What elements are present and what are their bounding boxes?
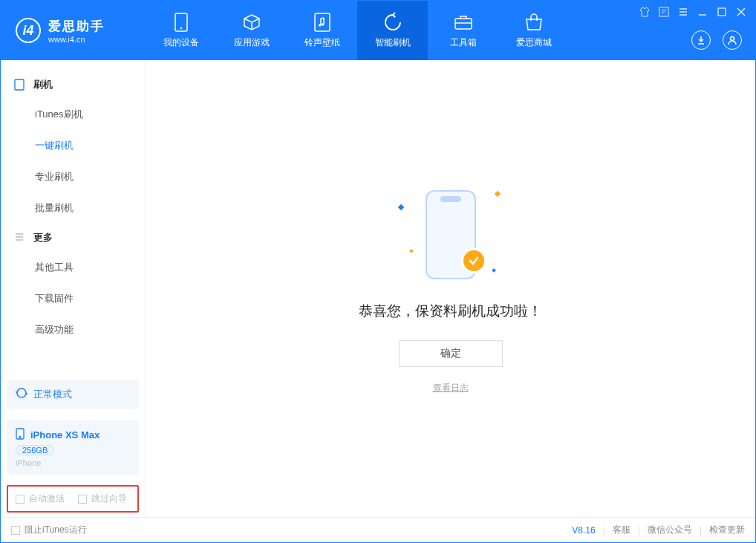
app-header: i4 爱思助手 www.i4.cn 我的设备 应用游戏 铃声壁纸 智能刷机 工具… — [1, 1, 755, 60]
sidebar-item-advanced[interactable]: 高级功能 — [1, 314, 145, 345]
footer-link-wechat[interactable]: 微信公众号 — [648, 524, 692, 536]
tab-store[interactable]: 爱思商城 — [498, 1, 569, 60]
toolbox-icon — [454, 13, 473, 32]
svg-rect-7 — [718, 8, 726, 16]
device-mode-card[interactable]: 正常模式 — [7, 380, 139, 409]
success-illustration — [369, 183, 532, 287]
maximize-icon[interactable] — [717, 7, 727, 17]
device-icon — [14, 79, 26, 91]
svg-point-11 — [19, 437, 21, 438]
view-log-link[interactable]: 查看日志 — [433, 382, 469, 394]
tab-smart-flash[interactable]: 智能刷机 — [357, 1, 428, 60]
window-controls — [639, 7, 746, 17]
checkbox-skip-guide[interactable]: 跳过向导 — [78, 492, 127, 505]
sidebar-item-batch-flash[interactable]: 批量刷机 — [1, 192, 145, 224]
sidebar-group-flash: 刷机 — [1, 71, 145, 99]
logo-icon: i4 — [16, 18, 41, 43]
main-content: 恭喜您，保资料刷机成功啦！ 确定 查看日志 — [146, 60, 755, 517]
logo-area: i4 爱思助手 www.i4.cn — [1, 18, 146, 44]
footer-link-support[interactable]: 客服 — [613, 524, 630, 536]
tab-ringtone-wallpaper[interactable]: 铃声壁纸 — [287, 1, 357, 60]
store-icon — [524, 13, 544, 32]
success-message: 恭喜您，保资料刷机成功啦！ — [359, 302, 542, 321]
device-type: iPhone — [16, 458, 130, 467]
svg-point-1 — [180, 27, 182, 29]
feedback-icon[interactable] — [659, 7, 669, 17]
tab-toolbox[interactable]: 工具箱 — [428, 1, 498, 60]
sidebar-item-itunes-flash[interactable]: iTunes刷机 — [1, 99, 145, 130]
checkbox-auto-activate[interactable]: 自动激活 — [16, 492, 65, 505]
device-name: iPhone XS Max — [30, 429, 100, 440]
app-subtitle: www.i4.cn — [48, 35, 105, 44]
svg-rect-2 — [315, 13, 330, 31]
ok-button[interactable]: 确定 — [399, 340, 503, 367]
status-bar: 阻止iTunes运行 V8.16 | 客服 | 微信公众号 | 检查更新 — [1, 517, 755, 542]
cube-icon — [242, 13, 261, 32]
sidebar-item-pro-flash[interactable]: 专业刷机 — [1, 161, 145, 192]
sidebar: 刷机 iTunes刷机 一键刷机 专业刷机 批量刷机 更多 其他工具 下载固件 … — [1, 60, 146, 517]
nav-tabs: 我的设备 应用游戏 铃声壁纸 智能刷机 工具箱 爱思商城 — [146, 1, 569, 60]
svg-rect-5 — [455, 19, 472, 29]
device-capacity: 256GB — [16, 445, 54, 455]
checkbox-icon — [78, 495, 87, 504]
device-mode-label: 正常模式 — [33, 388, 72, 401]
refresh-icon — [383, 13, 403, 32]
flash-options-row: 自动激活 跳过向导 — [7, 485, 139, 513]
device-info-card[interactable]: iPhone XS Max 256GB iPhone — [7, 420, 139, 475]
shirt-icon[interactable] — [639, 7, 650, 17]
svg-point-4 — [321, 23, 324, 26]
checkbox-icon — [16, 495, 25, 504]
footer-link-update[interactable]: 检查更新 — [709, 524, 745, 536]
phone-icon — [172, 13, 191, 32]
sidebar-item-other-tools[interactable]: 其他工具 — [1, 252, 145, 283]
checkbox-block-itunes[interactable]: 阻止iTunes运行 — [11, 524, 87, 536]
phone-small-icon — [16, 428, 25, 442]
header-badges — [691, 30, 742, 50]
svg-rect-9 — [15, 79, 24, 90]
download-icon[interactable] — [691, 30, 711, 50]
app-title: 爱思助手 — [48, 18, 105, 35]
checkbox-icon — [11, 526, 20, 535]
svg-point-8 — [731, 37, 734, 41]
svg-point-3 — [318, 24, 321, 27]
tab-my-device[interactable]: 我的设备 — [146, 1, 216, 60]
svg-rect-6 — [659, 7, 668, 16]
sidebar-item-one-click-flash[interactable]: 一键刷机 — [1, 130, 145, 161]
version-label: V8.16 — [572, 525, 595, 536]
sidebar-item-download-firmware[interactable]: 下载固件 — [1, 283, 145, 314]
close-icon[interactable] — [736, 7, 746, 17]
menu-icon[interactable] — [678, 7, 688, 17]
sidebar-group-more: 更多 — [1, 224, 145, 252]
check-icon — [461, 248, 486, 273]
sync-icon — [16, 387, 27, 401]
list-icon — [14, 232, 26, 244]
music-icon — [313, 13, 332, 32]
user-icon[interactable] — [723, 30, 742, 50]
tab-apps-games[interactable]: 应用游戏 — [216, 1, 287, 60]
minimize-icon[interactable] — [697, 7, 708, 17]
